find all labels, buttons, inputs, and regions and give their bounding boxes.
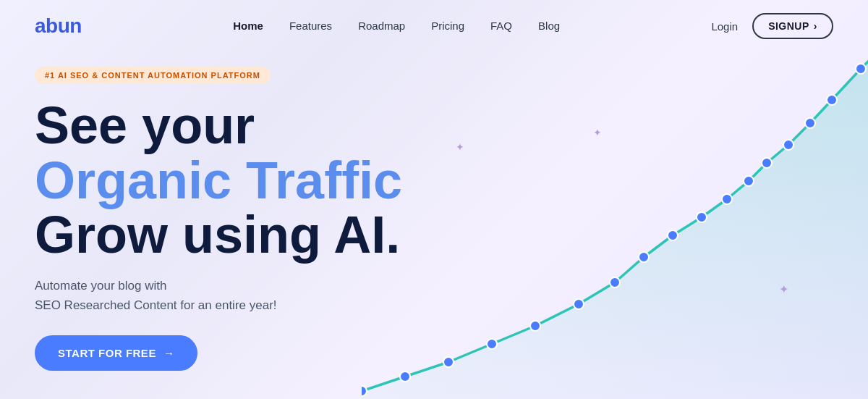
svg-point-1 (400, 371, 410, 382)
svg-point-0 (362, 386, 367, 396)
nav-item-blog[interactable]: Blog (538, 20, 560, 33)
nav-link-features[interactable]: Features (289, 20, 332, 32)
hero-subtitle-line2: SEO Researched Content for an entire yea… (35, 298, 277, 312)
logo[interactable]: abun (35, 14, 82, 38)
hero-subtitle: Automate your blog with SEO Researched C… (35, 276, 324, 315)
nav-item-features[interactable]: Features (289, 20, 332, 33)
login-button[interactable]: Login (711, 20, 738, 33)
nav-link-home[interactable]: Home (233, 20, 263, 32)
hero-title: See your Organic Traffic Grow using AI. (35, 98, 483, 263)
cta-button[interactable]: START FOR FREE → (35, 335, 197, 371)
nav-right: Login SIGNUP › (711, 13, 833, 39)
hero-title-line3: Grow using AI. (35, 206, 400, 264)
hero-subtitle-line1: Automate your blog with (35, 279, 166, 293)
nav-link-faq[interactable]: FAQ (490, 20, 512, 32)
cta-arrow-icon: → (163, 347, 175, 359)
nav-links: Home Features Roadmap Pricing FAQ Blog (233, 20, 560, 33)
nav-link-roadmap[interactable]: Roadmap (358, 20, 405, 32)
nav-link-blog[interactable]: Blog (538, 20, 560, 32)
signup-button[interactable]: SIGNUP › (752, 13, 833, 39)
signup-label: SIGNUP (768, 20, 809, 32)
nav-item-pricing[interactable]: Pricing (431, 20, 464, 33)
signup-arrow-icon: › (814, 20, 817, 32)
nav-link-pricing[interactable]: Pricing (431, 20, 464, 32)
hero-title-line2: Organic Traffic (35, 151, 402, 209)
nav-item-home[interactable]: Home (233, 20, 263, 33)
badge: #1 AI SEO & CONTENT AUTOMATION PLATFORM (35, 67, 271, 84)
nav-item-faq[interactable]: FAQ (490, 20, 512, 33)
nav-item-roadmap[interactable]: Roadmap (358, 20, 405, 33)
hero-section: #1 AI SEO & CONTENT AUTOMATION PLATFORM … (0, 52, 868, 371)
hero-title-line1: See your (35, 96, 255, 154)
navbar: abun Home Features Roadmap Pricing FAQ B… (0, 0, 868, 52)
cta-label: START FOR FREE (58, 347, 156, 359)
